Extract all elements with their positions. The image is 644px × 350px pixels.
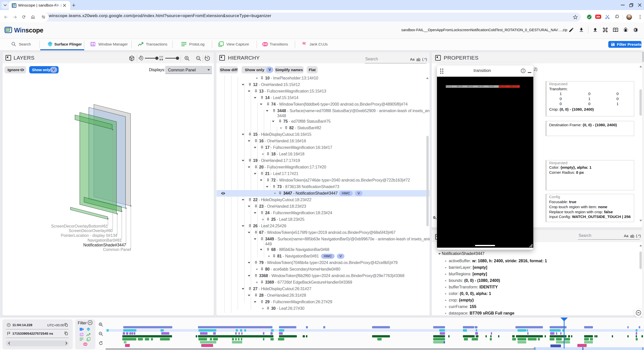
svg-text:ScreenDecorOverlay#60: ScreenDecorOverlay#60 <box>69 229 113 233</box>
svg-text:PointerLocation - display 0#13: PointerLocation - display 0#134 <box>61 233 117 238</box>
svg-text:Common Panel: Common Panel <box>103 247 131 252</box>
svg-text:NotificationShade#3447: NotificationShade#3447 <box>83 243 126 247</box>
svg-text:NavigationBar0#81: NavigationBar0#81 <box>88 238 122 242</box>
svg-text:ScreenDecorOverlayBottom#61: ScreenDecorOverlayBottom#61 <box>51 224 108 228</box>
